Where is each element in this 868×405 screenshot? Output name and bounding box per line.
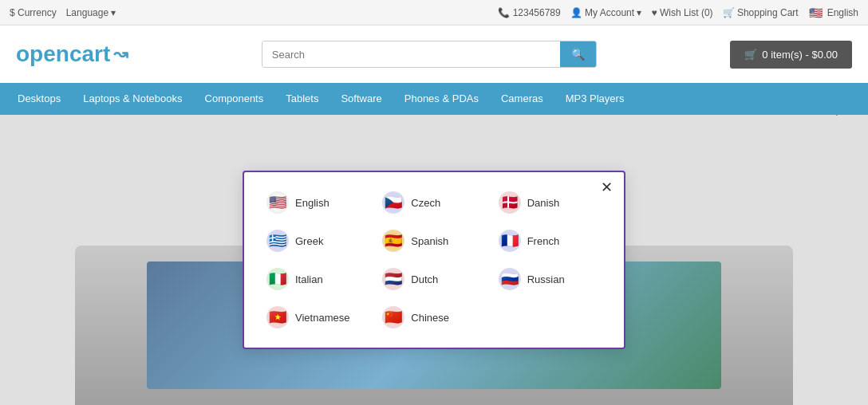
nav-item-tablets[interactable]: Tablets (274, 83, 329, 115)
search-button[interactable]: 🔍 (560, 41, 596, 67)
top-bar-left: $ Currency Language ▾ (10, 7, 116, 18)
modal-close-button[interactable]: ✕ (601, 180, 613, 195)
lang-flag-italian: 🇮🇹 (266, 268, 289, 290)
wish-list-link[interactable]: ♥ Wish List (0) (651, 7, 712, 18)
lang-flag-greek: 🇬🇷 (266, 230, 289, 252)
lang-name-czech: Czech (411, 197, 440, 209)
lang-name-spanish: Spanish (411, 235, 448, 247)
search-icon: 🔍 (571, 48, 585, 61)
current-language: 🇺🇸 English (808, 5, 858, 21)
lang-name-french: French (527, 235, 559, 247)
chevron-down-icon: ▾ (111, 7, 116, 18)
lang-name-greek: Greek (295, 235, 323, 247)
lang-flag-russian: 🇷🇺 (499, 268, 521, 290)
lang-flag-czech: 🇨🇿 (382, 191, 404, 214)
language-label: Language (66, 7, 108, 18)
arrow-svg (828, 115, 868, 123)
header: opencart ↝ 🔍 🛒 0 item(s) - $0.00 (0, 26, 868, 83)
language-dropdown[interactable]: Language ▾ (66, 7, 116, 18)
lang-item-french[interactable]: 🇫🇷French (495, 226, 605, 255)
lang-flag-french: 🇫🇷 (499, 230, 521, 252)
logo[interactable]: opencart ↝ (16, 41, 128, 67)
shopping-cart-label: Shopping Cart (737, 7, 799, 18)
phone-icon: 📞 (498, 7, 512, 18)
lang-item-danish[interactable]: 🇩🇰Danish (495, 188, 605, 217)
logo-text: opencart (16, 41, 110, 67)
language-grid: 🇺🇸English🇨🇿Czech🇩🇰Danish🇬🇷Greek🇪🇸Spanish… (263, 188, 605, 332)
nav-item-desktops[interactable]: Desktops (6, 83, 72, 115)
lang-name-vietnamese: Vietnamese (295, 312, 349, 324)
lang-name-russian: Russian (527, 273, 565, 285)
currency-dropdown[interactable]: $ Currency (10, 7, 57, 18)
lang-item-italian[interactable]: 🇮🇹Italian (263, 265, 373, 293)
phone-link[interactable]: 📞 123456789 (498, 7, 560, 18)
shopping-cart-link[interactable]: 🛒 Shopping Cart (723, 7, 799, 18)
my-account-label: My Account (585, 7, 634, 18)
lang-flag-danish: 🇩🇰 (499, 191, 521, 214)
lang-name-chinese: Chinese (411, 312, 449, 324)
cart-icon: 🛒 (723, 7, 737, 18)
lang-item-greek[interactable]: 🇬🇷Greek (263, 226, 373, 255)
lang-name-english: English (295, 197, 329, 209)
lang-flag-vietnamese: 🇻🇳 (266, 306, 289, 328)
current-lang-flag: 🇺🇸 (808, 5, 824, 21)
lang-name-italian: Italian (295, 273, 323, 285)
main-content: ✕ 🇺🇸English🇨🇿Czech🇩🇰Danish🇬🇷Greek🇪🇸Spani… (0, 115, 868, 405)
modal-overlay: ✕ 🇺🇸English🇨🇿Czech🇩🇰Danish🇬🇷Greek🇪🇸Spani… (0, 115, 868, 405)
wish-list-label: Wish List (0) (660, 7, 713, 18)
top-bar-right: 📞 123456789 👤 My Account ▾ ♥ Wish List (… (498, 5, 858, 21)
nav-item-software[interactable]: Software (329, 83, 393, 115)
nav-item-laptops-&-notebooks[interactable]: Laptops & Notebooks (72, 83, 193, 115)
lang-flag-dutch: 🇳🇱 (382, 268, 404, 290)
heart-icon: ♥ (651, 7, 659, 18)
nav-item-mp3-players[interactable]: MP3 Players (554, 83, 636, 115)
lang-name-danish: Danish (527, 197, 559, 209)
main-nav: DesktopsLaptops & NotebooksComponentsTab… (0, 83, 868, 115)
lang-item-chinese[interactable]: 🇨🇳Chinese (379, 303, 488, 332)
lang-item-spanish[interactable]: 🇪🇸Spanish (379, 226, 488, 255)
lang-item-czech[interactable]: 🇨🇿Czech (379, 188, 488, 217)
language-modal: ✕ 🇺🇸English🇨🇿Czech🇩🇰Danish🇬🇷Greek🇪🇸Spani… (243, 171, 625, 349)
lang-name-dutch: Dutch (411, 273, 438, 285)
lang-item-russian[interactable]: 🇷🇺Russian (495, 265, 605, 293)
lang-flag-chinese: 🇨🇳 (382, 306, 404, 328)
nav-item-phones-&-pdas[interactable]: Phones & PDAs (393, 83, 490, 115)
search-input[interactable] (262, 41, 560, 67)
user-icon: 👤 (570, 7, 585, 18)
cart-btn-label: 0 item(s) - $0.00 (762, 49, 838, 61)
lang-flag-spanish: 🇪🇸 (382, 230, 404, 252)
top-bar: $ Currency Language ▾ 📞 123456789 👤 My A… (0, 0, 868, 26)
chevron-down-icon: ▾ (637, 7, 641, 18)
my-account-link[interactable]: 👤 My Account ▾ (570, 7, 642, 18)
arrow-annotation (828, 115, 868, 125)
cart-btn-icon: 🛒 (744, 49, 757, 61)
nav-item-components[interactable]: Components (194, 83, 275, 115)
lang-item-vietnamese[interactable]: 🇻🇳Vietnamese (263, 303, 373, 332)
search-bar: 🔍 (262, 41, 597, 68)
lang-item-english[interactable]: 🇺🇸English (263, 188, 373, 217)
current-lang-label: English (827, 7, 858, 18)
cart-button[interactable]: 🛒 0 item(s) - $0.00 (730, 41, 852, 69)
lang-item-dutch[interactable]: 🇳🇱Dutch (379, 265, 488, 293)
lang-flag-english: 🇺🇸 (266, 191, 289, 214)
logo-cart-icon: ↝ (113, 44, 128, 65)
nav-item-cameras[interactable]: Cameras (490, 83, 554, 115)
phone-number: 123456789 (513, 7, 561, 18)
